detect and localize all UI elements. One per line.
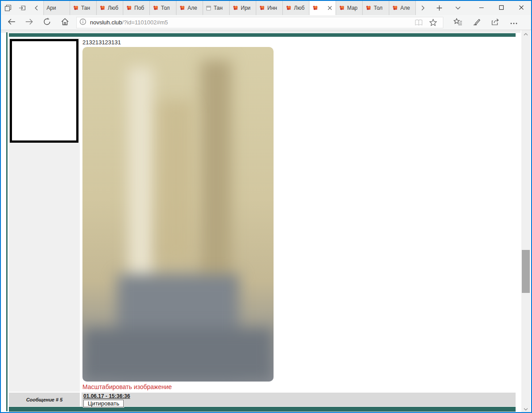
site-favicon-icon (312, 5, 318, 11)
settings-more-button[interactable] (505, 15, 522, 30)
restore-tabs-icon (19, 4, 26, 12)
browser-tab[interactable]: Тан (70, 1, 97, 15)
tab-title: Але (400, 5, 410, 11)
chevron-left-icon (34, 5, 39, 11)
site-favicon-icon (73, 5, 79, 11)
browser-tab[interactable]: Але (389, 1, 416, 15)
left-teal-divider (6, 32, 8, 411)
set-aside-tabs-button[interactable] (1, 1, 15, 15)
top-teal-bar (9, 33, 516, 37)
post-footer-row: Сообщение # 5 01.06.17 - 15:36:36 Цитиро… (9, 393, 516, 406)
message-meta-cell: 01.06.17 - 15:36:36 Цитировать (82, 393, 516, 406)
close-icon (519, 4, 524, 12)
minimize-icon (479, 4, 484, 12)
url-path: /?id=1101002#m5 (122, 19, 168, 26)
home-button[interactable] (56, 15, 74, 30)
site-favicon-icon (99, 5, 106, 11)
tab-title: Люб (108, 5, 118, 11)
tab-list-button[interactable] (449, 1, 467, 15)
message-number-cell: Сообщение # 5 (9, 393, 80, 406)
zoom-image-link[interactable]: Масштабировать изображение (82, 383, 172, 390)
image-blur-shape (82, 328, 274, 382)
share-button[interactable] (487, 15, 504, 30)
tab-strip: АриТанЛюбПобТолАлеТанИриИннЛюбМарТолАле (43, 1, 416, 15)
window-maximize-button[interactable] (491, 1, 511, 15)
chevron-up-icon (524, 30, 528, 38)
window-close-button[interactable] (511, 1, 531, 15)
scroll-down-button[interactable] (524, 405, 528, 412)
post-timestamp[interactable]: 01.06.17 - 15:36:36 (83, 393, 516, 399)
hub-favorites-icon (454, 18, 462, 27)
browser-tab[interactable]: Мар (336, 1, 363, 15)
browser-tab[interactable]: Ари (43, 1, 70, 15)
scroll-up-button[interactable] (524, 30, 528, 37)
tabs-set-aside-icon (4, 4, 12, 12)
page-viewport: 213213123131 Масштабировать изображение … (1, 30, 531, 412)
tab-title: Поб (134, 5, 144, 11)
scrollbar-thumb[interactable] (522, 250, 530, 293)
tab-bar: АриТанЛюбПобТолАлеТанИриИннЛюбМарТолАле (1, 1, 531, 15)
navigation-toolbar: novsluh.club/?id=1101002#m5 (1, 15, 531, 30)
site-favicon-icon (365, 5, 372, 11)
address-bar[interactable]: novsluh.club/?id=1101002#m5 (76, 17, 443, 28)
site-favicon-icon (339, 5, 345, 11)
site-favicon-icon (232, 5, 239, 11)
forward-button[interactable] (20, 15, 38, 30)
new-tab-button[interactable] (430, 1, 449, 15)
home-icon (61, 18, 69, 27)
site-favicon-icon (126, 5, 132, 11)
browser-tab-active[interactable] (309, 1, 336, 15)
browser-tab[interactable]: Поб (123, 1, 150, 15)
browser-tab[interactable]: Тол (363, 1, 389, 15)
image-blur-shape (201, 60, 231, 295)
window-minimize-button[interactable] (471, 1, 491, 15)
tab-scroll-right-button[interactable] (416, 1, 430, 15)
scrollbar-track[interactable] (521, 37, 530, 405)
restore-set-aside-tabs-button[interactable] (15, 1, 29, 15)
refresh-icon (43, 18, 51, 27)
tab-title: Тол (161, 5, 170, 11)
tab-scroll-left-button[interactable] (29, 1, 43, 15)
tab-title: Тан (81, 5, 90, 11)
browser-tab[interactable]: Люб (283, 1, 309, 15)
hub-button[interactable] (450, 15, 466, 30)
browser-tab[interactable]: Инн (256, 1, 283, 15)
site-favicon-icon (286, 5, 292, 11)
page-scrollbar[interactable] (521, 30, 530, 412)
site-favicon-icon (179, 5, 185, 11)
post-image-placeholder[interactable] (82, 47, 274, 382)
url-host: novsluh.club (90, 19, 122, 26)
browser-window: АриТанЛюбПобТолАлеТанИриИннЛюбМарТолАле (0, 0, 532, 413)
page-icon (206, 5, 211, 11)
reading-view-button[interactable] (411, 19, 426, 26)
tab-close-icon[interactable] (327, 5, 333, 11)
forum-content: 213213123131 Масштабировать изображение … (9, 33, 516, 412)
back-button[interactable] (3, 15, 20, 30)
favorite-button[interactable] (426, 19, 440, 26)
forward-arrow-icon (25, 18, 34, 27)
browser-tab[interactable]: Тол (150, 1, 176, 15)
share-icon (491, 18, 500, 27)
browser-tab[interactable]: Але (176, 1, 203, 15)
web-note-button[interactable] (468, 15, 485, 30)
site-favicon-icon (392, 5, 398, 11)
info-icon[interactable] (79, 18, 86, 27)
tab-title: Тан (214, 5, 223, 11)
site-favicon-icon (259, 5, 265, 11)
url-text[interactable]: novsluh.club/?id=1101002#m5 (90, 19, 411, 26)
toolbar-right-icons (450, 15, 522, 30)
chevron-right-icon (420, 5, 426, 11)
plus-icon (436, 5, 442, 11)
forum-post-row: 213213123131 Масштабировать изображение (9, 38, 516, 392)
chevron-down-icon (524, 405, 528, 412)
message-number-label: Сообщение # 5 (26, 397, 63, 402)
browser-tab[interactable]: Люб (97, 1, 123, 15)
image-blur-shape (159, 101, 193, 261)
quote-button[interactable]: Цитировать (83, 400, 124, 407)
refresh-button[interactable] (38, 15, 56, 30)
browser-tab[interactable]: Тан (203, 1, 230, 15)
more-ellipsis-icon (510, 19, 518, 27)
titlebar-drag-area (467, 1, 471, 15)
browser-tab[interactable]: Ири (230, 1, 256, 15)
author-avatar-placeholder (10, 39, 78, 143)
